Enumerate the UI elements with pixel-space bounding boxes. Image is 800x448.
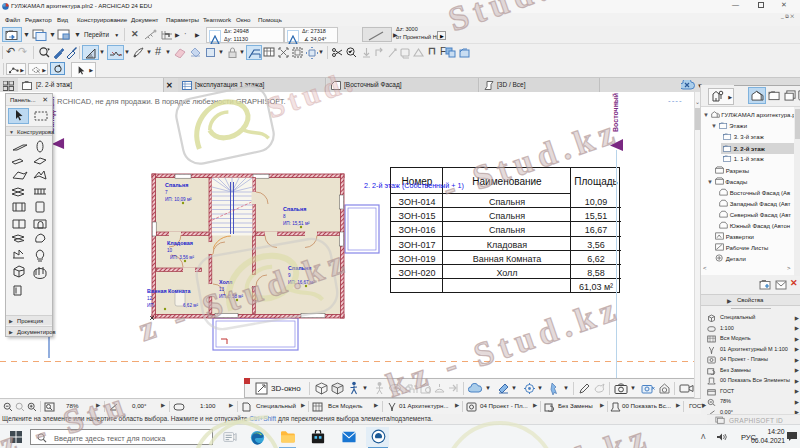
svg-text:ИП: 8,58 м²: ИП: 8,58 м² <box>219 294 244 299</box>
svg-text:ИП: 16,67 м²: ИП: 16,67 м² <box>288 280 315 285</box>
svg-text:Холл: Холл <box>219 279 233 285</box>
svg-text:Спальня: Спальня <box>165 182 188 188</box>
svg-text:10: 10 <box>167 248 173 253</box>
svg-text:Ванная Комната: Ванная Комната <box>147 288 191 294</box>
svg-text:9: 9 <box>288 273 291 278</box>
svg-text:Спальня: Спальня <box>283 206 306 212</box>
svg-text:7: 7 <box>165 190 168 195</box>
svg-text:8: 8 <box>283 214 286 219</box>
svg-text:13: 13 <box>219 287 225 292</box>
svg-text:ИП: 15,51 м²: ИП: 15,51 м² <box>283 221 310 226</box>
svg-text:Спальня: Спальня <box>288 265 311 271</box>
svg-text:12: 12 <box>147 296 153 301</box>
svg-text:6,62 м²: 6,62 м² <box>183 303 198 308</box>
svg-text:Кладовая: Кладовая <box>167 240 193 246</box>
svg-text:ИП:: ИП: <box>147 303 155 308</box>
svg-text:ИП: 10,09 м²: ИП: 10,09 м² <box>165 197 192 202</box>
svg-text:ИП: 3,56 м²: ИП: 3,56 м² <box>170 255 195 260</box>
